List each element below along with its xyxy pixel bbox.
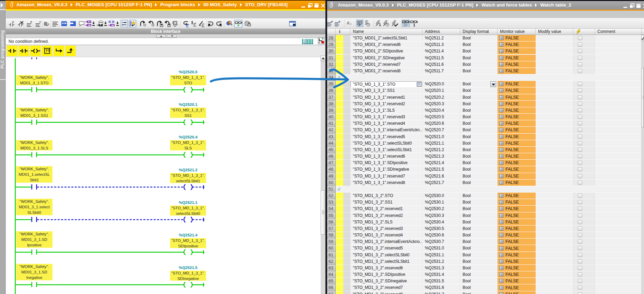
table-row[interactable]: 61"STO_MD1_3_2".selectSLSbit0%Q2531.1Boo…: [327, 252, 641, 258]
display-format-cell[interactable]: Bool: [460, 245, 498, 252]
update-block-calls-icon[interactable]: [156, 20, 163, 27]
open-tag-browser-button[interactable]: [417, 82, 422, 87]
modify-value-cell[interactable]: [536, 160, 573, 166]
table-row[interactable]: 58"STO_MD1_3_2".reserved4%Q2530.6BoolFAL…: [327, 232, 641, 238]
table-row[interactable]: 50"STO_MD_1_3_1".reserved8%Q2521.7BoolFA…: [327, 180, 641, 186]
modify-enable-cell[interactable]: [573, 160, 595, 166]
name-cell[interactable]: "STO_MD1_3_2".reserved4: [350, 232, 422, 238]
table-row[interactable]: 57"STO_MD1_3_2".reserved3%Q2530.5BoolFAL…: [327, 225, 641, 232]
name-cell[interactable]: "STO_MD_1_3_1".reserved1: [350, 94, 422, 101]
plc-programming-tab[interactable]: PLC programming: [0, 20, 5, 79]
comment-cell[interactable]: [595, 134, 641, 140]
table-row[interactable]: 65"STO_MD1_3_2".SDInegative%Q2531.5BoolF…: [327, 278, 641, 284]
comment-cell[interactable]: [595, 120, 641, 127]
table-row[interactable]: 62"STO_MD1_3_2".selectSLSbit1%Q2531.2Boo…: [327, 258, 641, 265]
modify-enable-cell[interactable]: [573, 94, 595, 101]
table-row[interactable]: 53"STO_MD1_3_2".SS1%Q2530.1BoolFALSE: [327, 199, 641, 206]
name-cell[interactable]: "STO_MD1_3_2".SDInegative: [350, 278, 422, 284]
modify-checkbox[interactable]: [578, 102, 582, 106]
table-row[interactable]: 39"STO_MD_1_3_1".SLS%Q2520.4BoolFALSE: [327, 107, 641, 114]
modify-checkbox[interactable]: [578, 121, 582, 125]
table-row[interactable]: 38"STO_MD_1_3_1".reserved2%Q2520.3BoolFA…: [327, 101, 641, 107]
name-cell[interactable]: "STO_MD1_3_2".reserved8: [350, 291, 422, 294]
modify-checkbox[interactable]: [578, 259, 582, 264]
name-cell[interactable]: "STO_MD1_3_2".SS1: [350, 199, 422, 206]
comment-cell[interactable]: [595, 238, 641, 245]
table-row[interactable]: 43"STO_MD_1_3_1".reserved5%Q2521.0BoolFA…: [327, 134, 641, 140]
display-format-cell[interactable]: Bool: [460, 160, 498, 166]
comment-cell[interactable]: [595, 41, 641, 48]
display-format-dropdown[interactable]: [490, 81, 496, 87]
modify-value-cell[interactable]: [536, 68, 573, 74]
table-row[interactable]: 41"STO_MD_1_3_1".reserved4%Q2520.6BoolFA…: [327, 120, 641, 127]
favorite-open-branch-button[interactable]: [53, 46, 64, 56]
comment-cell[interactable]: [595, 35, 641, 41]
modify-value-cell[interactable]: [536, 147, 573, 153]
monitor-value-cell[interactable]: FALSE: [498, 107, 536, 114]
modify-value-cell[interactable]: [536, 87, 573, 94]
monitor-value-cell[interactable]: FALSE: [498, 140, 536, 147]
modify-checkbox[interactable]: [578, 272, 582, 277]
goto-next-point-icon[interactable]: [215, 20, 223, 27]
contact-operand-label[interactable]: "WORK_Safety".MD01_3_1.SDInegative: [16, 264, 52, 280]
address-cell[interactable]: %Q2521.7: [422, 180, 460, 186]
name-cell[interactable]: "STO_MD_1_3_1".reserved6: [350, 153, 422, 160]
modify-now-icon[interactable]: [391, 20, 398, 27]
restore-button[interactable]: [308, 3, 312, 8]
comment-cell[interactable]: [595, 173, 641, 180]
display-format-cell[interactable]: Bool: [460, 278, 498, 284]
scroll-up-button[interactable]: [321, 56, 326, 61]
modify-value-cell[interactable]: [536, 81, 573, 87]
comment-cell[interactable]: [595, 199, 641, 206]
table-row[interactable]: 55"STO_MD1_3_2".reserved2%Q2530.3BoolFAL…: [327, 212, 641, 219]
comment-cell[interactable]: [595, 219, 641, 225]
display-format-cell[interactable]: Bool: [460, 61, 498, 68]
modify-value-cell[interactable]: [536, 55, 573, 61]
modify-enable-cell[interactable]: [573, 153, 595, 160]
modify-value-cell[interactable]: [536, 212, 573, 219]
close-button[interactable]: [643, 3, 644, 8]
table-row[interactable]: 35"STO_MD_1_3_1".STO%Q2520.0BoolFALSE: [327, 81, 641, 87]
comment-cell[interactable]: [595, 153, 641, 160]
retain-values-icon[interactable]: [244, 20, 251, 27]
table-row[interactable]: 36"STO_MD_1_3_1".SS1%Q2520.1BoolFALSE: [327, 87, 641, 94]
name-cell[interactable]: "STO_MD01_2".reserved7: [350, 61, 422, 68]
address-cell[interactable]: %Q2530.4: [422, 219, 460, 225]
comment-cell[interactable]: [595, 107, 641, 114]
name-cell[interactable]: "STO_MD01_2".SDIpositive: [350, 48, 422, 54]
address-cell[interactable]: %Q2531.7: [422, 291, 460, 294]
comment-cell[interactable]: [595, 166, 641, 173]
address-cell[interactable]: %Q2520.2: [422, 94, 460, 101]
left-window-titlebar[interactable]: Amazon_Moses_V0.0.3PLC_MOSES [CPU 1512SP…: [6, 1, 325, 9]
coil-operand-label[interactable]: "STO_MD_1_3_1".selectSLSbit1: [170, 173, 206, 183]
column-header-Address[interactable]: Address: [422, 29, 460, 35]
contact-operand-label[interactable]: "WORK_Safety".MD01_3_1.SS1: [16, 108, 52, 118]
table-row[interactable]: 30"STO_MD01_2".SDIpositive%Q2511.4BoolFA…: [327, 48, 641, 54]
modify-value-cell[interactable]: [536, 94, 573, 101]
comment-cell[interactable]: [595, 193, 641, 199]
table-row[interactable]: 42"STO_MD_1_3_1".internalEventAckn...%Q2…: [327, 127, 641, 133]
display-format-cell[interactable]: Bool: [460, 193, 498, 199]
address-cell[interactable]: %Q2521.0: [422, 134, 460, 140]
address-cell[interactable]: %Q2520.6: [422, 120, 460, 127]
address-cell[interactable]: %Q2530.5: [422, 225, 460, 232]
monitor-value-cell[interactable]: FALSE: [498, 153, 536, 160]
address-cell[interactable]: %Q2531.0: [422, 245, 460, 252]
coil-operand-label[interactable]: "STO_MD_1_3_1".STO: [170, 75, 206, 85]
display-format-cell[interactable]: Bool: [460, 48, 498, 54]
table-row[interactable]: 51//: [327, 186, 641, 193]
address-cell[interactable]: %Q2530.3: [422, 212, 460, 219]
name-edit-box[interactable]: "STO_MD_1_3_1".STO: [350, 81, 422, 87]
modify-enable-cell[interactable]: [573, 48, 595, 54]
modify-value-cell[interactable]: [536, 284, 573, 291]
minimize-button[interactable]: [301, 3, 306, 8]
dropdown-icon[interactable]: [116, 20, 119, 27]
comment-cell[interactable]: [595, 68, 641, 74]
address-cell[interactable]: %Q2511.6: [422, 61, 460, 68]
name-cell[interactable]: "STO_MD_1_3_1".reserved8: [350, 180, 422, 186]
monitor-value-cell[interactable]: FALSE: [498, 206, 536, 212]
modify-value-cell[interactable]: [536, 252, 573, 258]
name-cell[interactable]: "STO_MD01_2".SDInegative: [350, 55, 422, 61]
modify-checkbox[interactable]: [578, 200, 582, 204]
favorite-close-branch-button[interactable]: [65, 46, 76, 56]
